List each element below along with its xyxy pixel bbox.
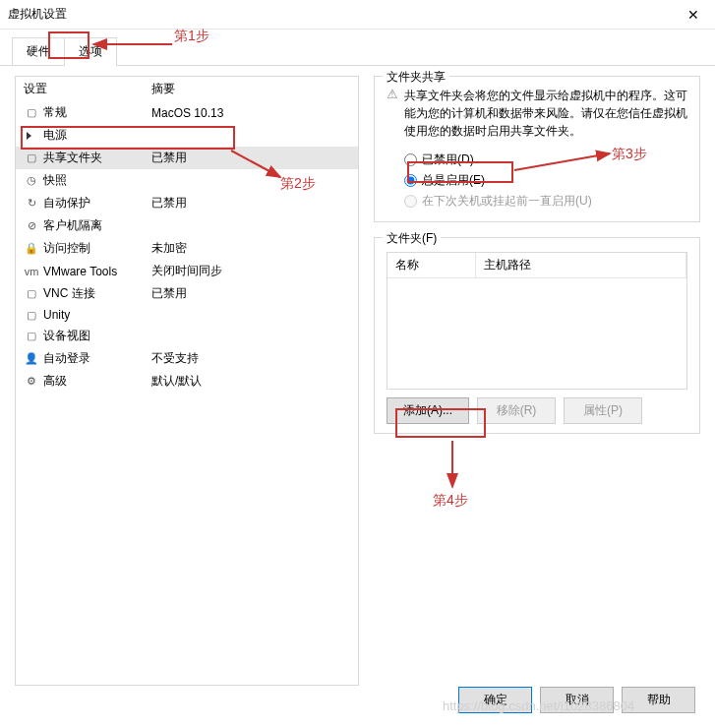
properties-button: 属性(P) <box>564 397 642 424</box>
item-name: 自动登录 <box>43 350 151 367</box>
tab-hardware[interactable]: 硬件 <box>12 37 65 65</box>
item-icon: ◷ <box>24 174 39 188</box>
radio-until-input <box>404 195 417 208</box>
item-name: 客户机隔离 <box>43 217 151 234</box>
list-header: 设置 摘要 <box>16 77 358 101</box>
header-setting: 设置 <box>24 81 151 97</box>
item-summary: MacOS 10.13 <box>151 106 350 120</box>
item-icon: ▢ <box>24 330 39 343</box>
annotation-step4: 第4步 <box>433 492 468 510</box>
annotation-step3: 第3步 <box>612 146 647 163</box>
item-summary: 未加密 <box>151 240 350 257</box>
folders-legend: 文件夹(F) <box>383 230 441 247</box>
folders-table: 名称 主机路径 <box>387 252 687 390</box>
list-item[interactable]: vmVMware Tools关闭时间同步 <box>16 260 358 282</box>
list-item[interactable]: 电源 <box>16 124 358 147</box>
radio-always-input[interactable] <box>404 174 417 187</box>
item-icon: vm <box>24 265 39 278</box>
annotation-step2: 第2步 <box>280 175 316 193</box>
radio-always-label: 总是启用(E) <box>422 172 485 189</box>
item-icon: ▢ <box>24 152 39 165</box>
item-summary: 已禁用 <box>151 285 350 302</box>
list-item[interactable]: ▢VNC 连接已禁用 <box>16 282 358 305</box>
radio-disabled-label: 已禁用(D) <box>422 152 474 168</box>
item-name: 共享文件夹 <box>43 150 151 166</box>
list-item[interactable]: 👤自动登录不受支持 <box>16 347 358 370</box>
item-icon: ▢ <box>24 287 39 301</box>
item-name: 常规 <box>43 104 151 121</box>
add-button[interactable]: 添加(A)... <box>387 397 469 424</box>
item-name: VMware Tools <box>43 265 151 278</box>
list-item[interactable]: ↻自动保护已禁用 <box>16 192 358 214</box>
item-icon: ▢ <box>24 308 39 322</box>
list-item[interactable]: ⊘客户机隔离 <box>16 214 358 237</box>
list-item[interactable]: ▢常规MacOS 10.13 <box>16 101 358 124</box>
item-name: 设备视图 <box>43 328 151 344</box>
warning-icon: ⚠ <box>387 87 398 101</box>
folder-sharing-group: 文件夹共享 ⚠ 共享文件夹会将您的文件显示给虚拟机中的程序。这可能为您的计算机和… <box>374 76 700 222</box>
radio-until-shutdown: 在下次关机或挂起前一直启用(U) <box>404 191 687 212</box>
header-summary: 摘要 <box>151 81 350 97</box>
close-button[interactable]: ✕ <box>671 0 715 30</box>
window-title: 虚拟机设置 <box>8 6 67 23</box>
item-name: 高级 <box>43 373 151 390</box>
radio-disabled-input[interactable] <box>404 153 417 166</box>
item-summary: 已禁用 <box>151 150 350 166</box>
list-item[interactable]: ⚙高级默认/默认 <box>16 370 358 393</box>
item-icon <box>24 129 39 143</box>
item-icon: 🔒 <box>24 242 39 256</box>
item-icon: ↻ <box>24 197 39 211</box>
folders-group: 文件夹(F) 名称 主机路径 添加(A)... 移除(R) 属性(P) <box>374 237 700 434</box>
tab-options[interactable]: 选项 <box>64 37 117 65</box>
item-summary: 默认/默认 <box>151 373 350 390</box>
list-item[interactable]: ▢共享文件夹已禁用 <box>16 147 358 169</box>
folders-col-name: 名称 <box>387 253 476 277</box>
sharing-info-text: 共享文件夹会将您的文件显示给虚拟机中的程序。这可能为您的计算机和数据带来风险。请… <box>404 87 687 140</box>
folder-sharing-legend: 文件夹共享 <box>383 69 449 86</box>
item-summary: 关闭时间同步 <box>151 263 350 279</box>
list-item[interactable]: ▢Unity <box>16 305 358 325</box>
radio-until-label: 在下次关机或挂起前一直启用(U) <box>422 193 592 210</box>
item-name: Unity <box>43 308 151 322</box>
item-name: 自动保护 <box>43 195 151 212</box>
settings-list: 设置 摘要 ▢常规MacOS 10.13电源▢共享文件夹已禁用◷快照↻自动保护已… <box>15 76 359 686</box>
item-name: 访问控制 <box>43 240 151 257</box>
list-item[interactable]: ▢设备视图 <box>16 325 358 347</box>
watermark: https://blog.csdn.net/i1028386804 <box>443 698 634 713</box>
item-icon: 👤 <box>24 352 39 366</box>
item-summary: 已禁用 <box>151 195 350 212</box>
item-name: VNC 连接 <box>43 285 151 302</box>
annotation-step1: 第1步 <box>174 28 209 45</box>
item-summary: 不受支持 <box>151 350 350 367</box>
item-name: 电源 <box>43 127 151 144</box>
title-bar: 虚拟机设置 ✕ <box>0 0 715 30</box>
item-icon: ⊘ <box>24 219 39 233</box>
item-icon: ⚙ <box>24 375 39 389</box>
item-name: 快照 <box>43 172 151 189</box>
remove-button: 移除(R) <box>477 397 556 424</box>
radio-always-enabled[interactable]: 总是启用(E) <box>404 170 687 191</box>
list-item[interactable]: 🔒访问控制未加密 <box>16 237 358 260</box>
tab-strip: 硬件 选项 <box>0 30 715 66</box>
right-panel: 文件夹共享 ⚠ 共享文件夹会将您的文件显示给虚拟机中的程序。这可能为您的计算机和… <box>374 76 700 686</box>
item-icon: ▢ <box>24 106 39 120</box>
folders-col-path: 主机路径 <box>476 253 686 277</box>
